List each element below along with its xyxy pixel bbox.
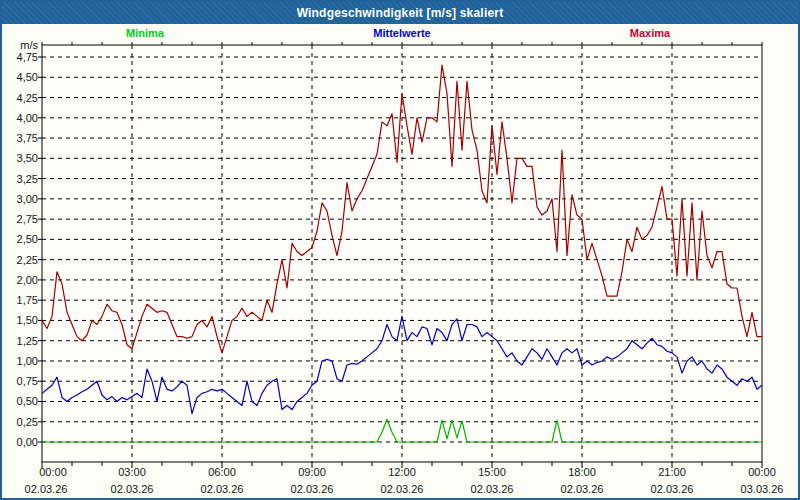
y-tick-label: 3,25 (6, 173, 38, 185)
wind-speed-chart (2, 2, 800, 500)
x-tick-time-label: 21:00 (658, 466, 686, 478)
y-tick-label: 2,75 (6, 213, 38, 225)
y-tick-label: 0,25 (6, 416, 38, 428)
y-tick-label: 2,50 (6, 233, 38, 245)
y-tick-label: 3,75 (6, 132, 38, 144)
x-tick-date-label: 02.03.26 (651, 483, 694, 495)
x-tick-date-label: 02.03.26 (25, 483, 68, 495)
x-tick-time-label: 03:00 (118, 466, 146, 478)
x-tick-time-label: 00:00 (748, 466, 776, 478)
y-tick-label: 2,00 (6, 274, 38, 286)
x-tick-date-label: 02.03.26 (471, 483, 514, 495)
y-tick-label: 0,00 (6, 436, 38, 448)
x-tick-time-label: 06:00 (208, 466, 236, 478)
x-tick-time-label: 09:00 (298, 466, 326, 478)
y-tick-label: 0,50 (6, 395, 38, 407)
y-tick-label: 4,00 (6, 112, 38, 124)
x-tick-date-label: 02.03.26 (381, 483, 424, 495)
y-tick-label: 1,75 (6, 294, 38, 306)
y-tick-label: 1,25 (6, 335, 38, 347)
x-tick-time-label: 15:00 (478, 466, 506, 478)
x-tick-date-label: 03.03.26 (741, 483, 784, 495)
y-tick-label: 2,25 (6, 254, 38, 266)
y-tick-label: 4,50 (6, 71, 38, 83)
x-tick-date-label: 02.03.26 (111, 483, 154, 495)
y-tick-label: 4,25 (6, 92, 38, 104)
y-tick-label: 4,75 (6, 51, 38, 63)
y-tick-label: 3,50 (6, 152, 38, 164)
x-tick-time-label: 00:00 (39, 466, 67, 478)
y-tick-label: 0,75 (6, 375, 38, 387)
app-window: Windgeschwindigkeit [m/s] skaliert Minim… (0, 0, 800, 500)
x-tick-date-label: 02.03.26 (201, 483, 244, 495)
y-tick-label: 1,50 (6, 314, 38, 326)
x-tick-date-label: 02.03.26 (561, 483, 604, 495)
y-tick-label: 1,00 (6, 355, 38, 367)
x-tick-time-label: 12:00 (388, 466, 416, 478)
x-tick-date-label: 02.03.26 (291, 483, 334, 495)
y-tick-label: 3,00 (6, 193, 38, 205)
x-tick-time-label: 18:00 (568, 466, 596, 478)
